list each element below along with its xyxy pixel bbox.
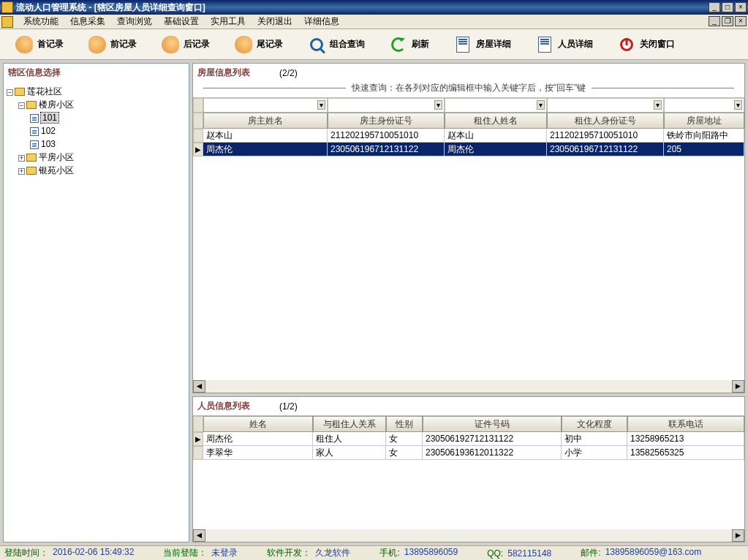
col-addr[interactable]: 房屋地址 (664, 113, 744, 129)
window-buttons: _ □ × (709, 2, 747, 12)
maximize-button[interactable]: □ (722, 2, 733, 12)
cell-addr: 铁岭市向阳路中 (664, 129, 744, 143)
house-grid[interactable]: 房主姓名 房主身份证号 租住人姓名 租住人身份证号 房屋地址 赵本山 21120… (193, 97, 744, 393)
status-dev: 久龙软件 (315, 547, 350, 559)
expand-icon[interactable]: + (18, 168, 25, 175)
app-icon (1, 1, 13, 13)
collapse-icon[interactable]: − (7, 89, 13, 96)
col-owner[interactable]: 房主姓名 (203, 113, 328, 129)
tree-node-101[interactable]: 101 (7, 111, 186, 124)
person-hscroll[interactable]: ◄ ► (193, 529, 744, 542)
file-icon (30, 127, 39, 136)
status-current-login: 未登录 (211, 547, 238, 559)
person-section: 人员信息列表 (1/2) 姓名 与租住人关系 性别 证件号码 文化程度 联系电话… (192, 396, 745, 542)
tree-node-pingfang[interactable]: +平房小区 (7, 151, 186, 164)
tree-node-yinyuan[interactable]: +银苑小区 (7, 164, 186, 177)
hand-icon (15, 36, 33, 53)
cell-owner-id: 230506196712131122 (328, 143, 445, 156)
scroll-left-button[interactable]: ◄ (193, 529, 205, 542)
status-mobile: 13895896059 (404, 547, 458, 559)
row-indicator (193, 446, 203, 460)
close-button[interactable]: × (735, 2, 747, 12)
scroll-right-button[interactable]: ► (732, 529, 744, 542)
scroll-right-button[interactable]: ► (732, 380, 744, 393)
house-section-count: (2/2) (279, 68, 298, 78)
house-detail-button[interactable]: 房屋详细 (446, 32, 519, 57)
col-tenant-id[interactable]: 租住人身份证号 (547, 113, 664, 129)
person-header-row: 姓名 与租住人关系 性别 证件号码 文化程度 联系电话 (193, 416, 744, 432)
menu-system[interactable]: 系统功能 (18, 14, 64, 29)
menu-detail[interactable]: 详细信息 (298, 14, 345, 29)
expand-icon[interactable]: + (18, 155, 25, 162)
mdi-minimize-button[interactable]: _ (709, 16, 720, 26)
cell-rel: 租住人 (313, 432, 386, 446)
first-record-button[interactable]: 首记录 (7, 32, 72, 57)
row-header (193, 98, 203, 113)
person-detail-button[interactable]: 人员详细 (528, 32, 601, 57)
filter-addr[interactable] (664, 98, 744, 113)
document-icon (536, 36, 554, 53)
tree-node-loufang[interactable]: −楼房小区 (7, 98, 186, 111)
menu-query[interactable]: 查询浏览 (111, 14, 158, 29)
menu-bar: 系统功能 信息采集 查询浏览 基础设置 实用工具 关闭退出 详细信息 _ ❐ × (0, 15, 748, 29)
person-row[interactable]: ▶ 周杰伦 租住人 女 230506192712131122 初中 132589… (193, 432, 744, 446)
col-sex[interactable]: 性别 (386, 416, 423, 432)
scroll-track[interactable] (205, 380, 732, 393)
row-indicator: ▶ (193, 143, 203, 156)
col-name[interactable]: 姓名 (203, 416, 313, 432)
house-row-selected[interactable]: ▶ 周杰伦 230506196712131122 周杰伦 23050619671… (193, 143, 744, 156)
house-hscroll[interactable]: ◄ ► (193, 380, 744, 393)
filter-owner-id[interactable] (328, 98, 445, 113)
cell-phone: 13582565325 (627, 446, 744, 460)
tree-node-103[interactable]: 103 (7, 137, 186, 151)
menu-tools[interactable]: 实用工具 (205, 14, 252, 29)
last-record-button[interactable]: 尾记录 (227, 32, 291, 57)
next-record-button[interactable]: 后记录 (154, 32, 218, 57)
filter-tenant[interactable] (445, 98, 547, 113)
tree-node-102[interactable]: 102 (7, 124, 186, 137)
folder-icon (26, 101, 37, 109)
menu-collect[interactable]: 信息采集 (64, 14, 111, 29)
person-row[interactable]: 李翠华 家人 女 230506193612011322 小学 135825653… (193, 446, 744, 460)
scroll-left-button[interactable]: ◄ (193, 380, 205, 393)
house-row[interactable]: 赵本山 211202195710051010 赵本山 2112021957100… (193, 129, 744, 143)
status-dev-label: 软件开发： (267, 547, 311, 559)
mdi-close-button[interactable]: × (735, 16, 747, 26)
cell-sex: 女 (386, 432, 423, 446)
filter-tenant-id[interactable] (547, 98, 664, 113)
prev-record-button[interactable]: 前记录 (80, 32, 145, 57)
right-pane: 房屋信息列表 (2/2) 快速查询：在各列对应的编辑框中输入关键字后，按"回车"… (192, 63, 745, 542)
person-section-count: (1/2) (279, 401, 298, 412)
folder-icon (26, 154, 37, 162)
document-icon (454, 36, 472, 53)
status-mobile-label: 手机: (379, 547, 399, 559)
menu-exit[interactable]: 关闭退出 (252, 14, 298, 29)
close-window-button[interactable]: 关闭窗口 (610, 32, 683, 57)
collapse-icon[interactable]: − (18, 102, 25, 109)
row-header (193, 113, 203, 129)
mdi-buttons: _ ❐ × (709, 16, 747, 26)
toolbar: 首记录 前记录 后记录 尾记录 组合查询 刷新 房屋详细 人员详细 关闭窗口 (0, 29, 748, 60)
col-edu[interactable]: 文化程度 (562, 416, 627, 432)
person-grid[interactable]: 姓名 与租住人关系 性别 证件号码 文化程度 联系电话 ▶ 周杰伦 租住人 女 … (193, 415, 744, 542)
col-owner-id[interactable]: 房主身份证号 (328, 113, 445, 129)
col-cid[interactable]: 证件号码 (423, 416, 562, 432)
scroll-track[interactable] (205, 529, 732, 542)
area-tree[interactable]: −莲花社区 −楼房小区 101 102 103 +平房小区 +银苑小区 (4, 82, 189, 542)
mdi-restore-button[interactable]: ❐ (722, 16, 733, 26)
col-tenant[interactable]: 租住人姓名 (445, 113, 547, 129)
combo-query-button[interactable]: 组合查询 (300, 32, 373, 57)
house-data-rows: 赵本山 211202195710051010 赵本山 2112021957100… (193, 129, 744, 380)
menu-settings[interactable]: 基础设置 (158, 14, 205, 29)
col-rel[interactable]: 与租住人关系 (313, 416, 386, 432)
status-mail[interactable]: 13895896059@163.com (605, 547, 702, 559)
cell-owner: 周杰伦 (203, 143, 328, 156)
minimize-button[interactable]: _ (709, 2, 720, 12)
cell-tenant-id: 230506196712131122 (547, 143, 664, 156)
col-phone[interactable]: 联系电话 (627, 416, 744, 432)
cell-tenant: 周杰伦 (445, 143, 547, 156)
filter-owner[interactable] (203, 98, 328, 113)
power-icon (618, 36, 635, 53)
tree-node-root[interactable]: −莲花社区 (7, 85, 186, 98)
refresh-button[interactable]: 刷新 (382, 32, 437, 57)
